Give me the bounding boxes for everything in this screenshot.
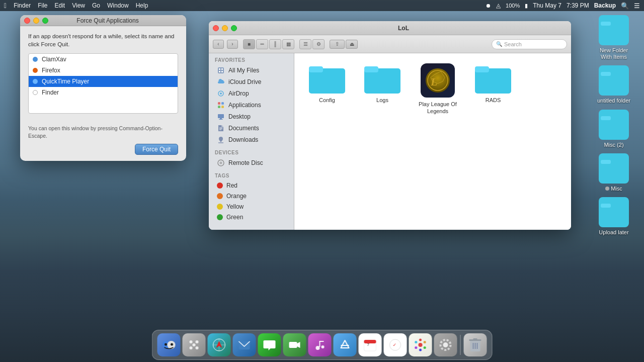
svg-rect-1 xyxy=(601,22,611,26)
dock-reminders[interactable]: ✓ xyxy=(384,333,407,356)
sidebar-item-tag-green[interactable]: Green xyxy=(211,212,292,222)
tag-label: Yellow xyxy=(226,203,244,210)
sidebar-item-remote-disc[interactable]: Remote Disc xyxy=(211,157,292,168)
misc-dot xyxy=(605,187,609,191)
all-files-icon xyxy=(217,66,225,74)
list-icon[interactable]: ☰ xyxy=(634,2,640,10)
app-list-item-clamxav[interactable]: ClamXav xyxy=(29,54,178,65)
app-list-item-firefox[interactable]: Firefox xyxy=(29,65,178,76)
column-view-button[interactable]: ║ xyxy=(269,39,281,49)
file-item-rads[interactable]: RADS xyxy=(470,63,516,115)
folder-shape xyxy=(309,63,345,94)
desktop-icon-upload-later[interactable]: Upload later xyxy=(594,197,634,236)
menubar-right: ⏺ ◬ 100% ▮ Thu May 7 7:39 PM Backup 🔍 ☰ xyxy=(486,2,640,10)
dock-system-prefs[interactable] xyxy=(434,333,457,356)
documents-icon xyxy=(217,124,225,132)
dock-mail[interactable] xyxy=(233,333,256,356)
dock-appstore[interactable] xyxy=(334,333,357,356)
sidebar-item-all-my-files[interactable]: All My Files xyxy=(211,65,292,76)
svg-rect-18 xyxy=(221,102,224,105)
forward-button[interactable]: › xyxy=(227,40,238,49)
tag-color-dot xyxy=(217,193,223,199)
recording-icon: ⏺ xyxy=(486,3,491,9)
dock-facetime[interactable] xyxy=(283,333,306,356)
action-button[interactable]: ⚙ xyxy=(312,39,325,49)
sidebar-item-airdrop[interactable]: AirDrop xyxy=(211,88,292,99)
dock-messages[interactable] xyxy=(258,333,281,356)
svg-point-73 xyxy=(415,346,417,349)
dock-itunes[interactable] xyxy=(308,333,332,356)
app-list-item-finder[interactable]: Finder xyxy=(29,87,178,98)
svg-marker-28 xyxy=(219,140,222,142)
system-prefs-icon xyxy=(439,338,452,351)
tag-label: Orange xyxy=(226,193,247,200)
tags-section-label: Tags xyxy=(209,169,294,180)
search-icon[interactable]: 🔍 xyxy=(621,2,629,10)
menu-file[interactable]: File xyxy=(38,2,47,9)
finder-maximize-button[interactable] xyxy=(231,25,237,31)
apple-menu[interactable]:  xyxy=(4,2,7,10)
sidebar-item-tag-yellow[interactable]: Yellow xyxy=(211,202,292,212)
file-name-rads: RADS xyxy=(486,97,501,104)
search-box[interactable]: 🔍 Search xyxy=(492,39,567,49)
dock-trash[interactable] xyxy=(464,333,487,356)
back-button[interactable]: ‹ xyxy=(213,40,224,49)
menu-help[interactable]: Help xyxy=(136,2,148,9)
dock-finder[interactable] xyxy=(157,333,181,356)
sidebar-item-downloads[interactable]: Downloads xyxy=(211,134,292,145)
dock-safari[interactable] xyxy=(208,333,231,356)
finder-minimize-button[interactable] xyxy=(222,25,228,31)
desktop-icon-misc2[interactable]: Misc (2) xyxy=(594,110,634,148)
sidebar-item-tag-orange[interactable]: Orange xyxy=(211,191,292,201)
svg-text:7: 7 xyxy=(367,342,370,347)
sidebar-item-tag-red[interactable]: Red xyxy=(211,180,292,191)
sidebar-item-label: AirDrop xyxy=(228,90,249,97)
photos-icon xyxy=(414,338,428,352)
folder-shape xyxy=(475,63,511,94)
svg-rect-20 xyxy=(221,106,224,108)
menu-view[interactable]: View xyxy=(72,2,85,9)
finder-close-button[interactable] xyxy=(213,25,219,31)
svg-point-32 xyxy=(220,162,221,163)
dock-photos[interactable] xyxy=(409,333,432,356)
menu-window[interactable]: Window xyxy=(107,2,129,9)
force-quit-button[interactable]: Force Quit xyxy=(135,144,178,155)
icon-view-button[interactable]: ■ xyxy=(243,39,255,49)
dock-icon-2[interactable] xyxy=(183,333,206,356)
desktop-icon-label: Misc (2) xyxy=(604,142,623,148)
menu-edit[interactable]: Edit xyxy=(54,2,65,9)
launchpad-icon xyxy=(187,338,201,352)
arrange-button[interactable]: ☰ xyxy=(299,39,311,49)
flow-view-button[interactable]: ▦ xyxy=(282,39,294,49)
finder-sidebar: Favorites All My Files iCloud Drive AirD… xyxy=(209,53,294,230)
svg-rect-4 xyxy=(601,118,627,136)
list-view-button[interactable]: ═ xyxy=(256,39,268,49)
desktop-icon-new-folder-with-items[interactable]: New Folder With Items xyxy=(594,15,634,60)
safari-icon xyxy=(212,338,226,352)
svg-rect-0 xyxy=(601,23,627,41)
dock-calendar[interactable]: 7 xyxy=(359,333,382,356)
file-item-logs[interactable]: Logs xyxy=(360,63,405,115)
menu-go[interactable]: Go xyxy=(92,2,100,9)
sidebar-item-documents[interactable]: Documents xyxy=(211,123,292,134)
menubar:  Finder File Edit View Go Window Help ⏺… xyxy=(0,0,644,11)
file-item-play-lol[interactable]: L Play League Of Legends xyxy=(415,63,460,115)
close-button[interactable] xyxy=(24,18,30,24)
app-list-item-quicktime[interactable]: QuickTime Player xyxy=(29,76,178,87)
app-list[interactable]: ClamXav Firefox QuickTime Player Finder xyxy=(28,53,178,114)
desktop-icon-misc[interactable]: Misc xyxy=(594,153,634,192)
sidebar-item-desktop[interactable]: Desktop xyxy=(211,111,292,122)
date-label: Thu May 7 xyxy=(533,2,561,9)
svg-rect-34 xyxy=(309,66,323,72)
svg-rect-22 xyxy=(220,118,222,119)
tag-color-dot xyxy=(217,214,223,220)
file-item-config[interactable]: Config xyxy=(304,63,350,115)
sidebar-item-icloud-drive[interactable]: iCloud Drive xyxy=(211,76,292,87)
desktop-icon xyxy=(217,113,225,121)
sidebar-item-applications[interactable]: Applications xyxy=(211,100,292,111)
eject-button[interactable]: ⏏ xyxy=(346,40,358,49)
menu-finder[interactable]: Finder xyxy=(14,2,31,9)
backup-label: Backup xyxy=(594,2,616,9)
desktop-icon-untitled-folder[interactable]: untitled folder xyxy=(594,65,634,104)
share-button[interactable]: ⇧ xyxy=(330,40,345,49)
